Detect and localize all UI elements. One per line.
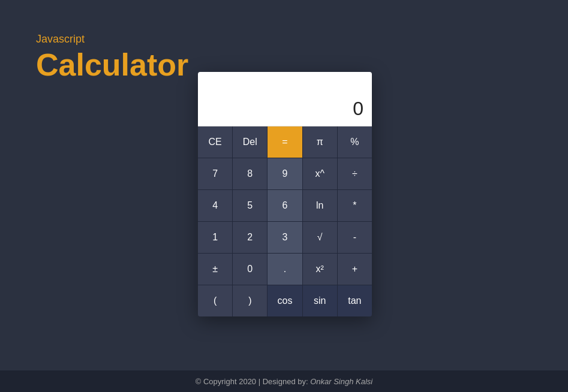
btn-5[interactable]: 5 <box>233 190 267 221</box>
footer-text: © Copyright 2020 | Designed by: Onkar Si… <box>196 377 373 386</box>
subtitle: Javascript <box>36 33 188 46</box>
btn-multiply[interactable]: * <box>338 190 372 221</box>
btn-equals[interactable]: = <box>268 126 302 158</box>
btn-plusminus[interactable]: ± <box>198 254 232 285</box>
calculator-wrapper: 0 CE Del = π % 7 8 9 x^ ÷ 4 5 6 ln * 1 2… <box>198 72 372 316</box>
btn-ln[interactable]: ln <box>303 190 337 221</box>
btn-del[interactable]: Del <box>233 126 267 158</box>
btn-pi[interactable]: π <box>303 126 337 158</box>
btn-close-paren[interactable]: ) <box>233 285 267 316</box>
btn-decimal[interactable]: . <box>268 254 302 285</box>
display-expression <box>206 88 363 98</box>
footer-author: Onkar Singh Kalsi <box>310 377 372 386</box>
btn-2[interactable]: 2 <box>233 222 267 253</box>
btn-sin[interactable]: sin <box>303 285 337 316</box>
footer: © Copyright 2020 | Designed by: Onkar Si… <box>0 370 568 392</box>
btn-9[interactable]: 9 <box>268 158 302 189</box>
btn-tan[interactable]: tan <box>338 285 372 316</box>
btn-square[interactable]: x² <box>303 254 337 285</box>
btn-7[interactable]: 7 <box>198 158 232 189</box>
btn-0[interactable]: 0 <box>233 254 267 285</box>
display: 0 <box>198 72 372 126</box>
display-value: 0 <box>353 98 363 120</box>
title-area: Javascript Calculator <box>36 33 188 82</box>
btn-percent[interactable]: % <box>338 126 372 158</box>
btn-1[interactable]: 1 <box>198 222 232 253</box>
btn-3[interactable]: 3 <box>268 222 302 253</box>
btn-sqrt[interactable]: √ <box>303 222 337 253</box>
btn-open-paren[interactable]: ( <box>198 285 232 316</box>
btn-power[interactable]: x^ <box>303 158 337 189</box>
btn-4[interactable]: 4 <box>198 190 232 221</box>
btn-add[interactable]: + <box>338 254 372 285</box>
btn-subtract[interactable]: - <box>338 222 372 253</box>
calculator: 0 CE Del = π % 7 8 9 x^ ÷ 4 5 6 ln * 1 2… <box>198 72 372 316</box>
btn-8[interactable]: 8 <box>233 158 267 189</box>
buttons-grid: CE Del = π % 7 8 9 x^ ÷ 4 5 6 ln * 1 2 3… <box>198 126 372 316</box>
btn-divide[interactable]: ÷ <box>338 158 372 189</box>
main-title: Calculator <box>36 48 188 82</box>
btn-ce[interactable]: CE <box>198 126 232 158</box>
btn-6[interactable]: 6 <box>268 190 302 221</box>
btn-cos[interactable]: cos <box>268 285 302 316</box>
